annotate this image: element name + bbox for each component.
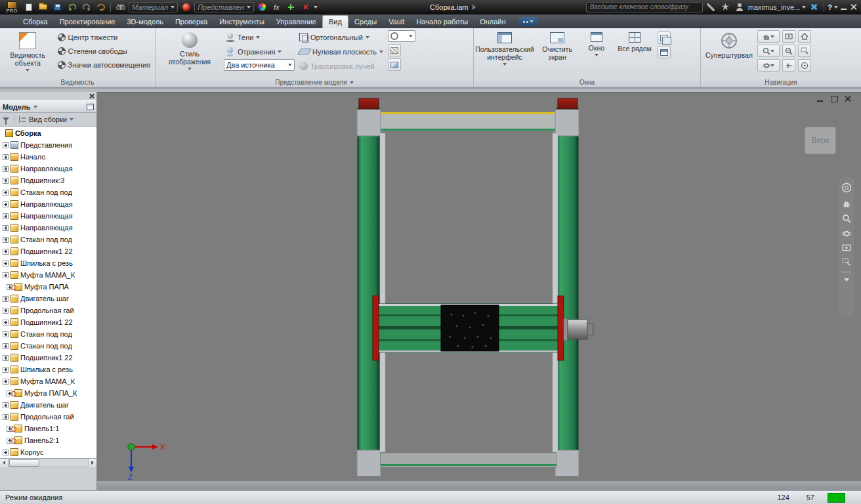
orbit-button[interactable] — [757, 59, 780, 72]
help-button[interactable]: ? — [828, 3, 832, 11]
expand-toggle-icon[interactable] — [3, 249, 9, 255]
tree-item[interactable]: Панель1:1 — [0, 423, 96, 434]
window-button[interactable]: Окно — [581, 30, 612, 58]
search-options-button[interactable] — [705, 1, 717, 12]
update-button[interactable] — [94, 1, 107, 12]
panel-title-model-view[interactable]: Представление модели — [156, 77, 473, 87]
tree-item[interactable]: Муфта ПАПА_К — [0, 387, 96, 399]
expand-toggle-icon[interactable] — [3, 331, 9, 337]
browser-dock-icon[interactable] — [87, 104, 94, 110]
expand-toggle-icon[interactable] — [3, 355, 9, 361]
ribbon-tab[interactable]: Среды — [348, 16, 383, 28]
home-view-button[interactable] — [798, 30, 811, 43]
tree-item[interactable]: Продольная гай — [0, 411, 96, 423]
tree-item[interactable]: Шпилька с резь — [0, 257, 96, 269]
tree-item[interactable]: Направляющая — [0, 198, 96, 210]
expand-toggle-icon[interactable] — [3, 343, 9, 349]
expand-toggle-icon[interactable] — [3, 402, 9, 408]
tile-all-button[interactable]: Все рядом — [614, 30, 655, 54]
ribbon-tab[interactable]: Проектирование — [54, 16, 121, 28]
tree-item[interactable]: Подшипник1 22 — [0, 316, 96, 328]
expand-toggle-icon[interactable] — [3, 225, 9, 231]
ribbon-overflow-button[interactable] — [518, 17, 538, 26]
ribbon-tab[interactable]: Начало работы — [410, 16, 474, 28]
ground-plane-button[interactable]: Нулевая плоскость — [297, 45, 385, 58]
tree-item[interactable]: Шпилька с резь — [0, 364, 96, 375]
filter-icon[interactable] — [3, 117, 9, 121]
doc-close-button[interactable] — [844, 95, 852, 102]
visibility-option[interactable]: Степени свободы — [56, 44, 152, 58]
open-button[interactable] — [37, 1, 49, 12]
user-menu-dropdown-icon[interactable] — [802, 6, 806, 9]
panel-title-navigation[interactable]: Навигация — [701, 77, 861, 87]
expand-toggle-icon[interactable] — [3, 178, 9, 184]
tree-view-icon[interactable] — [19, 116, 26, 123]
panel-title-windows[interactable]: Окна — [474, 77, 700, 87]
ribbon-tab[interactable]: Управление — [270, 16, 322, 28]
new-file-button[interactable] — [22, 1, 35, 12]
tree-item[interactable]: Муфта МАМА_К — [0, 269, 96, 281]
expand-toggle-icon[interactable] — [3, 154, 9, 160]
tree-item[interactable]: Направляющая — [0, 222, 96, 234]
adjust-color-button[interactable] — [256, 1, 268, 12]
zoom-button[interactable] — [757, 45, 780, 57]
help-dropdown-icon[interactable] — [834, 6, 838, 9]
doc-restore-button[interactable] — [830, 95, 838, 102]
reflections-button[interactable]: Отражения — [224, 45, 295, 58]
add-quick-tool-button[interactable] — [285, 1, 297, 12]
favorites-button[interactable] — [719, 1, 732, 12]
remove-quick-tool-button[interactable] — [299, 1, 312, 12]
previous-view-button[interactable] — [782, 59, 795, 72]
pan-hand-icon[interactable] — [842, 199, 851, 208]
scroll-left-button[interactable] — [0, 459, 9, 467]
assembly-3d-model[interactable]: X Z — [97, 93, 861, 482]
user-name[interactable]: maximus_inve... — [748, 3, 800, 11]
expand-toggle-icon[interactable] — [3, 414, 9, 420]
tree-item[interactable]: Подшипник:3 — [0, 175, 96, 186]
full-navigation-wheel-icon[interactable] — [841, 182, 852, 193]
free-orbit-button[interactable] — [798, 59, 811, 72]
visibility-option[interactable]: Значки автосовмещения — [56, 58, 152, 72]
orbit-icon[interactable] — [842, 229, 851, 238]
expand-toggle-icon[interactable] — [3, 201, 9, 207]
window-close-button[interactable] — [850, 3, 858, 10]
expand-toggle-icon[interactable] — [3, 450, 9, 455]
tree-item[interactable]: Продольная гай — [0, 304, 96, 316]
steering-wheel-button[interactable]: Суперштурвал — [704, 30, 755, 61]
scrollbar-track[interactable] — [9, 459, 88, 467]
redo-button[interactable] — [80, 1, 93, 12]
app-menu-button[interactable]: PRO — [3, 1, 20, 13]
graphics-viewport[interactable]: X Z Верх — [97, 92, 861, 490]
tree-item[interactable]: Муфта МАМА_К — [0, 375, 96, 387]
material-browser-button[interactable] — [114, 1, 127, 12]
expand-toggle-icon[interactable] — [3, 166, 9, 172]
projection-button[interactable]: Ортогональный — [297, 30, 385, 44]
tree-item[interactable]: Муфта ПАПА — [0, 281, 96, 293]
look-at-icon[interactable] — [842, 244, 851, 252]
lights-combo[interactable]: Два источника — [224, 59, 295, 71]
undo-button[interactable] — [66, 1, 78, 12]
appearance-combo[interactable]: Представлен — [194, 2, 254, 12]
cascade-windows-button[interactable] — [658, 32, 671, 44]
tree-item[interactable]: Сборка — [0, 127, 96, 139]
tree-item[interactable]: Корпус — [0, 446, 96, 458]
tree-item[interactable]: Стакан под под — [0, 186, 96, 198]
tree-item[interactable]: Начало — [0, 151, 96, 163]
scrollbar-thumb[interactable] — [9, 459, 39, 467]
material-combo[interactable]: Материал — [129, 2, 178, 12]
tree-item[interactable]: Подшипник1 22 — [0, 245, 96, 257]
sign-in-button[interactable] — [734, 1, 746, 12]
tree-item[interactable]: Двигатель шаг — [0, 399, 96, 411]
tree-item[interactable]: Стакан под под — [0, 328, 96, 340]
expand-toggle-icon[interactable] — [3, 261, 9, 266]
expand-toggle-icon[interactable] — [3, 190, 9, 196]
appearance-button[interactable] — [180, 1, 192, 12]
expand-toggle-icon[interactable] — [3, 367, 9, 373]
quick-access-dropdown-icon[interactable] — [314, 6, 318, 9]
ribbon-tab[interactable]: Онлайн — [474, 16, 511, 28]
scroll-right-button[interactable] — [88, 459, 96, 467]
pan-button[interactable] — [757, 30, 780, 43]
tree-item[interactable]: Направляющая — [0, 163, 96, 175]
search-input[interactable] — [586, 2, 703, 12]
shadows-button[interactable]: Тени — [224, 30, 295, 44]
